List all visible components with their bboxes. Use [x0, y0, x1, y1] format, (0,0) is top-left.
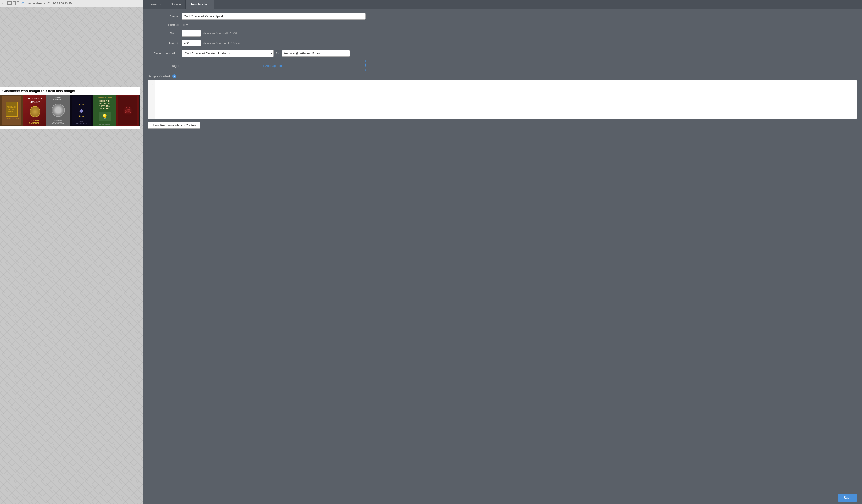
code-content[interactable] — [155, 80, 857, 119]
book-title: MYTHS TOLIVE BY — [28, 97, 42, 104]
height-input[interactable] — [182, 40, 201, 47]
preview-inner: Customers who bought this item also boug… — [0, 87, 140, 129]
save-button[interactable]: Save — [838, 494, 857, 502]
book-row: THE SAGAOF THEVIKINGS PENGUIN CLASSICS M… — [0, 95, 140, 126]
list-item[interactable]: ✦✦ ◆ ✦✦ CORALISBICKFORD-SMITH — [70, 95, 93, 126]
sample-context-section: Sample Context: i 1 Show Recommendation … — [148, 74, 857, 129]
email-input[interactable] — [282, 50, 350, 57]
list-item[interactable]: ☠ — [116, 95, 140, 126]
preview-topbar: ‹ 👁 Last rendered at: 01/11/22 9:08:13 P… — [0, 0, 143, 7]
form-panel: Name: Format: HTML Width: (leave as 0 fo… — [143, 9, 862, 491]
format-label: Format: — [148, 23, 179, 27]
for-label: for — [276, 52, 279, 55]
tab-template-info[interactable]: Template Info — [186, 0, 214, 9]
eye-icon[interactable]: 👁 — [21, 1, 25, 5]
code-editor[interactable]: 1 — [148, 80, 857, 119]
name-input[interactable] — [182, 13, 366, 19]
width-hint: (leave as 0 for width 100%) — [203, 32, 238, 35]
tags-label: Tags: — [148, 64, 179, 67]
width-row: Width: (leave as 0 for width 100%) — [148, 30, 857, 37]
book-author: JOSEPHCAMPBELL — [29, 120, 41, 124]
line-numbers: 1 — [148, 80, 155, 119]
tab-bar: Elements Source Template Info — [143, 0, 862, 9]
sample-context-label: Sample Context: i — [148, 74, 857, 78]
device-icons — [7, 1, 19, 5]
height-row: Height: (leave as 0 for height 100%) — [148, 40, 857, 47]
bottom-bar: Save — [143, 491, 862, 504]
monitor-icon[interactable] — [7, 1, 12, 5]
name-row: Name: — [148, 13, 857, 19]
recommendation-row: Recommendation: Cart Checkout Related Pr… — [148, 50, 857, 57]
tablet-icon[interactable] — [13, 1, 16, 5]
tags-container[interactable]: + Add tag folder — [182, 60, 366, 71]
recommendation-select[interactable]: Cart Checkout Related Products Homepage … — [182, 50, 274, 57]
list-item[interactable]: JOSEPHCAMPBELL CREATIVEMYTHOLOGYTHE MASK… — [47, 95, 70, 126]
info-icon: i — [172, 74, 176, 78]
preview-content: Customers who bought this item also boug… — [0, 7, 143, 504]
tab-elements[interactable]: Elements — [143, 0, 166, 9]
show-recommendation-button[interactable]: Show Recommendation Content — [148, 122, 200, 129]
preview-panel: ‹ 👁 Last rendered at: 01/11/22 9:08:13 P… — [0, 0, 143, 504]
back-arrow-icon[interactable]: ‹ — [2, 1, 3, 5]
recommendation-label: Recommendation: — [148, 52, 179, 55]
list-item[interactable]: THE VALE — [140, 95, 140, 126]
format-value: HTML — [182, 23, 190, 27]
tab-source[interactable]: Source — [166, 0, 186, 9]
height-label: Height: — [148, 41, 179, 45]
tags-row: Tags: + Add tag folder — [148, 60, 857, 71]
list-item[interactable]: H.R. ELLIS DAVIDSON GODS ANDMYTHS OFNORT… — [93, 95, 116, 126]
format-row: Format: HTML — [148, 23, 857, 27]
last-rendered-timestamp: Last rendered at: 01/11/22 9:08:13 PM — [27, 2, 72, 5]
add-tag-button[interactable]: + Add tag folder — [262, 64, 285, 67]
list-item[interactable]: MYTHS TOLIVE BY JOSEPHCAMPBELL — [23, 95, 47, 126]
book-decoration — [29, 106, 40, 117]
right-panel: Elements Source Template Info Name: Form… — [143, 0, 862, 504]
width-input[interactable] — [182, 30, 201, 37]
phone-icon[interactable] — [17, 1, 19, 5]
height-hint: (leave as 0 for height 100%) — [203, 42, 240, 45]
width-label: Width: — [148, 31, 179, 35]
name-label: Name: — [148, 14, 179, 18]
list-item[interactable]: THE SAGAOF THEVIKINGS PENGUIN CLASSICS — [0, 95, 23, 126]
section-title: Customers who bought this item also boug… — [0, 89, 140, 95]
